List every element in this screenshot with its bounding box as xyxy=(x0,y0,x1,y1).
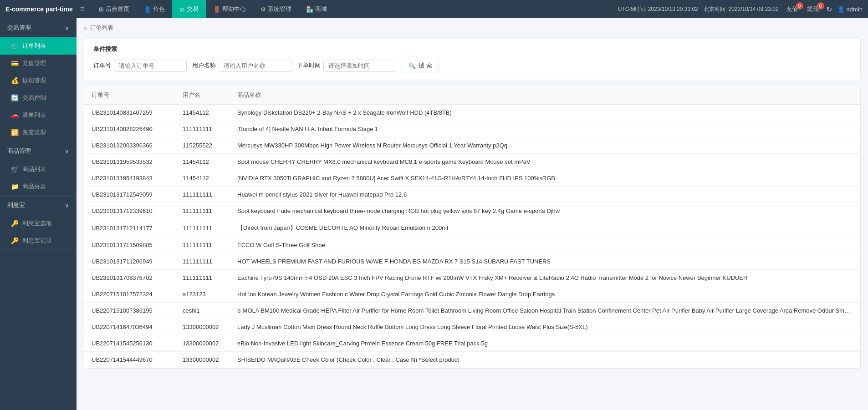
sidebar: 交易管理 ∨ 🛒 订单列表 💳 充值管理 💰 提现管理 🔄 交易控制 🚗 xyxy=(0,18,77,410)
cell-order-14: UB2207141545256130 xyxy=(84,335,175,352)
search-panel: 条件搜索 订单号 用户名称 下单时间 🔍 搜 索 xyxy=(84,37,861,80)
table-row: UB2310131708376702 111111111 Eachine Tyr… xyxy=(84,270,860,286)
nav-item-dashboard[interactable]: ⊞ 后台首页 xyxy=(92,0,137,18)
sidebar-item-charge-mgmt[interactable]: 💳 充值管理 xyxy=(0,55,77,72)
menu-icon[interactable]: ≡ xyxy=(80,5,84,13)
dispatch-list-icon: 🚗 xyxy=(11,111,19,119)
username-input[interactable] xyxy=(219,60,291,72)
nav-item-roles[interactable]: 👤 角色 xyxy=(137,0,172,18)
admin-button[interactable]: 👤 admin xyxy=(837,6,863,13)
nav-label-help: 帮助中心 xyxy=(222,5,246,13)
trade-control-icon: 🔄 xyxy=(11,94,19,101)
search-panel-title: 条件搜索 xyxy=(93,45,851,53)
cell-user-1: 111111111 xyxy=(175,121,230,137)
transactions-icon: ⚖ xyxy=(179,6,185,13)
interest-records-icon: 🔑 xyxy=(11,237,19,244)
sidebar-section-header-interest[interactable]: 利息宝 ∨ xyxy=(0,196,77,215)
cell-order-0: UB2310140831407259 xyxy=(84,105,175,121)
withdraw-mgmt-icon: 💰 xyxy=(11,77,19,84)
table-row: UB2310131954193843 11454112 [NVIDIA RTX … xyxy=(84,170,860,187)
table-row: UB2207151017572324 a123123 Hot Ins Korea… xyxy=(84,286,860,303)
breadcrumb-arrow: » xyxy=(84,25,87,31)
table-row: UB2310131712339610 111111111 Spot keyboa… xyxy=(84,203,860,219)
cell-user-7: 111111111 xyxy=(175,219,230,237)
cell-order-1: UB2310140828226490 xyxy=(84,121,175,137)
app-brand: E-commerce part-time xyxy=(5,5,73,13)
cell-product-9: HOT WHEELS PREMIUM FAST AND FURIOUS WAVE… xyxy=(230,253,860,270)
time-input[interactable] xyxy=(323,60,396,72)
table-body: UB2310140831407259 11454112 Synology Dis… xyxy=(84,105,860,368)
sidebar-item-dispatch-list[interactable]: 🚗 派单列表 xyxy=(0,106,77,124)
chevron-down-icon-interest: ∨ xyxy=(65,202,69,209)
col-header-user: 用户名 xyxy=(175,86,230,105)
cell-product-13: Lady J Muslimah Cotton Maxi Dress Round … xyxy=(230,319,860,335)
system-icon: ⚙ xyxy=(260,6,266,13)
cell-order-2: UB2310132003396366 xyxy=(84,137,175,154)
cell-product-2: Mercusys MW330HP 300Mbps High Power Wire… xyxy=(230,137,860,154)
product-list-icon: 🛒 xyxy=(11,166,19,173)
dashboard-icon: ⊞ xyxy=(99,6,104,13)
table-row: UB2310131711509885 111111111 ECCO W Golf… xyxy=(84,237,860,253)
table-row: UB2310131712114177 111111111 【Direct fro… xyxy=(84,219,860,237)
cell-product-1: [Bundle of 4] Nestle NAN H.A. Infant For… xyxy=(230,121,860,137)
cell-user-12: ceshi1 xyxy=(175,303,230,319)
orders-table: 订单号 用户名 商品名称 UB2310140831407259 11454112… xyxy=(84,86,860,368)
cell-user-11: a123123 xyxy=(175,286,230,303)
cell-user-14: 13300000002 xyxy=(175,335,230,352)
sidebar-item-interest-options[interactable]: 🔑 利息宝选项 xyxy=(0,215,77,232)
sidebar-section-header-products[interactable]: 商品管理 ∨ xyxy=(0,142,77,161)
cell-user-15: 13300000002 xyxy=(175,352,230,368)
roles-icon: 👤 xyxy=(144,6,151,13)
sidebar-item-account-type[interactable]: 🔁 账变类型 xyxy=(0,124,77,141)
search-row: 订单号 用户名称 下单时间 🔍 搜 索 xyxy=(93,59,851,72)
nav-label-dashboard: 后台首页 xyxy=(106,5,129,13)
cell-product-3: Spot mouse CHERRY CHERRY MX8.0 mechanica… xyxy=(230,154,860,170)
nav-item-help[interactable]: 🚪 帮助中心 xyxy=(206,0,253,18)
sidebar-section-header-transactions[interactable]: 交易管理 ∨ xyxy=(0,18,77,37)
sidebar-item-withdraw-mgmt[interactable]: 💰 提现管理 xyxy=(0,72,77,89)
table-header-row: 订单号 用户名 商品名称 xyxy=(84,86,860,105)
charge-button[interactable]: 充值 0 xyxy=(784,5,800,13)
cell-order-12: UB2207151007386195 xyxy=(84,303,175,319)
table-row: UB2207141647036494 13300000002 Lady J Mu… xyxy=(84,319,860,335)
nav-item-store[interactable]: 🏪 商城 xyxy=(299,0,334,18)
table-row: UB2310131711206949 111111111 HOT WHEELS … xyxy=(84,253,860,270)
charge-mgmt-icon: 💳 xyxy=(11,60,19,67)
refresh-button[interactable]: ↻ xyxy=(826,5,832,14)
sidebar-item-order-list[interactable]: 🛒 订单列表 xyxy=(0,37,77,55)
nav-label-transactions: 交易 xyxy=(187,5,199,13)
chevron-down-icon-products: ∨ xyxy=(65,148,69,155)
search-button[interactable]: 🔍 搜 索 xyxy=(402,59,439,72)
top-navigation: E-commerce part-time ≡ ⊞ 后台首页 👤 角色 ⚖ 交易 … xyxy=(0,0,868,18)
cell-user-3: 11454112 xyxy=(175,154,230,170)
cell-order-15: UB2207141544449670 xyxy=(84,352,175,368)
cell-product-8: ECCO W Golf S-Three Golf Shoe xyxy=(230,237,860,253)
order-number-input[interactable] xyxy=(114,60,187,72)
sidebar-item-trade-control[interactable]: 🔄 交易控制 xyxy=(0,89,77,106)
withdraw-button[interactable]: 提现 0 xyxy=(805,5,821,13)
cell-user-2: 115255522 xyxy=(175,137,230,154)
interest-options-icon: 🔑 xyxy=(11,220,19,227)
cell-product-5: Huawei m-pencil stylus 2021 silver for H… xyxy=(230,187,860,203)
sidebar-item-product-category[interactable]: 📁 商品分类 xyxy=(0,178,77,195)
table-row: UB2207141545256130 13300000002 eBio Non-… xyxy=(84,335,860,352)
top-right-info: UTC-5时间: 2023/10/13 20:33:02 北京时间: 2023/… xyxy=(618,5,863,14)
nav-label-system: 系统管理 xyxy=(268,5,291,13)
nav-item-system[interactable]: ⚙ 系统管理 xyxy=(253,0,299,18)
nav-label-store: 商城 xyxy=(315,5,327,13)
sidebar-section-interest: 利息宝 ∨ 🔑 利息宝选项 🔑 利息宝记录 xyxy=(0,196,77,250)
orders-table-container: 订单号 用户名 商品名称 UB2310140831407259 11454112… xyxy=(84,86,861,369)
nav-item-transactions[interactable]: ⚖ 交易 xyxy=(172,0,206,18)
cell-product-12: b-MOLA BM100 Medical Grade HEPA Filter A… xyxy=(230,303,860,319)
sidebar-item-product-list[interactable]: 🛒 商品列表 xyxy=(0,161,77,178)
cell-user-10: 111111111 xyxy=(175,270,230,286)
cell-product-0: Synology Diskstation DS220+ 2-Bay NAS + … xyxy=(230,105,860,121)
table-row: UB2310140828226490 111111111 [Bundle of … xyxy=(84,121,860,137)
breadcrumb: » 订单列表 xyxy=(84,24,861,32)
cell-product-7: 【Direct from Japan】COSME DECORTE AQ Miri… xyxy=(230,219,860,237)
nav-label-roles: 角色 xyxy=(153,5,165,13)
sidebar-item-interest-records[interactable]: 🔑 利息宝记录 xyxy=(0,232,77,249)
time-label: 下单时间 xyxy=(297,61,321,70)
cell-product-14: eBio Non-Invasive LED light Skincare_Car… xyxy=(230,335,860,352)
product-category-icon: 📁 xyxy=(11,183,19,190)
